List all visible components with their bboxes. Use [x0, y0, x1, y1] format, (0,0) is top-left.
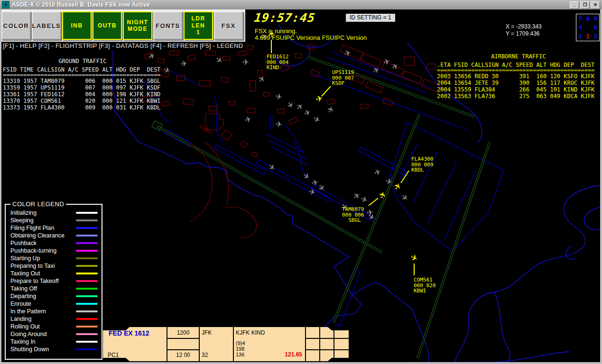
active-aircraft-layer: ✈✈✈✈✈ [0, 0, 602, 364]
keypad-key-4[interactable]: 4 [578, 24, 582, 31]
keypad-key-9[interactable]: 9 [593, 15, 597, 22]
window-border-right [600, 9, 602, 364]
close-button[interactable]: ✕ [591, 1, 600, 9]
toolbar-button-ldr-len[interactable]: LDR LEN 1 [184, 11, 213, 40]
function-key-bar: [F1] - HELP [F2] - FLIGHTSTRIP [F3] - DA… [3, 42, 243, 49]
title-bar[interactable]: ✈ ASDE-X © 2010 Russell B. Davis FSX now… [0, 0, 602, 9]
keypad-key-8[interactable]: 8 [586, 15, 589, 22]
leader-lines [271, 40, 414, 275]
strip-frequency: 121.65 [274, 351, 302, 358]
keypad-key-1[interactable]: 1 [578, 33, 582, 40]
keypad-key-7[interactable]: 7 [578, 15, 582, 22]
asdex-window: ✈✈✈✈✈✈✈✈✈✈✈✈✈✈✈✈✈✈✈✈✈✈✈✈✈✈✈✈✈✈✈✈ GROUND … [0, 0, 602, 364]
aircraft-FED1612[interactable]: ✈ [266, 30, 277, 39]
toolbar-button-fsx[interactable]: FSX [214, 11, 243, 40]
aircraft-TAM8079[interactable]: ✈ [377, 190, 388, 200]
strip-origin: JFK [202, 329, 212, 336]
toolbar-button-fonts[interactable]: FONTS [153, 11, 183, 40]
strip-time: 12 00 [167, 352, 199, 358]
keypad-key-6[interactable]: 6 [593, 24, 597, 31]
strip-remark1: (9)4 [236, 340, 245, 346]
toolbar-button-outb[interactable]: OUTB [93, 11, 122, 40]
toolbar: COLORLABELSINBOUTBNIGHT MODEFONTSLDR LEN… [0, 9, 245, 42]
window-title: ASDE-X © 2010 Russell B. Davis FSX now A… [12, 1, 150, 8]
leader-line [401, 171, 409, 183]
strip-remark3: 136 [236, 352, 244, 357]
app-icon: ✈ [2, 1, 9, 9]
leader-line [369, 198, 378, 206]
aircraft-COM561[interactable]: ✈ [409, 252, 420, 264]
leader-line [322, 86, 331, 96]
maximize-button[interactable]: ❐ [580, 1, 590, 9]
toolbar-button-labels[interactable]: LABELS [32, 11, 61, 40]
window-border-left [0, 9, 1, 364]
flight-strip[interactable]: FED EX 1612 PC1 1200 12 00 JFK 32 KJFK K… [103, 327, 349, 361]
minimize-button[interactable]: _ [570, 1, 579, 9]
strip-remark2: 198 [236, 346, 244, 352]
strip-squawk: 1200 [167, 329, 199, 336]
toolbar-button-color[interactable]: COLOR [1, 11, 31, 40]
strip-position: PC1 [108, 352, 119, 358]
strip-runway: 32 [202, 352, 208, 358]
keypad-key-3[interactable]: 3 [593, 33, 597, 40]
strip-callsign: FED EX 1612 [109, 329, 149, 337]
keypad-key-2[interactable]: 2 [586, 33, 589, 40]
strip-route: KJFK KIND [236, 329, 265, 336]
window-border-bottom [0, 362, 602, 364]
toolbar-button-night-mode[interactable]: NIGHT MODE [123, 11, 152, 40]
toolbar-button-inb[interactable]: INB [62, 11, 92, 40]
numeric-keypad: 78946123 [576, 14, 600, 41]
